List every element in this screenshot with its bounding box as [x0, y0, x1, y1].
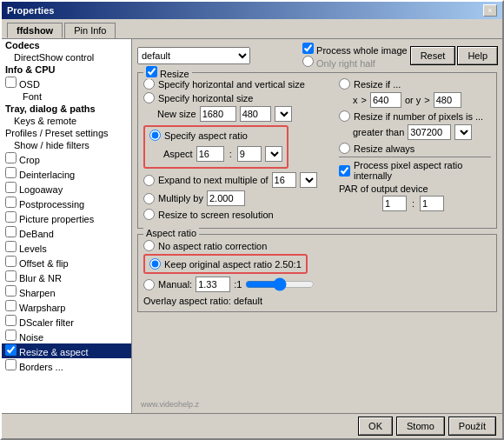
- aspect-unit-select[interactable]: [265, 146, 282, 162]
- newsize-height-input[interactable]: [240, 106, 271, 122]
- help-button[interactable]: Help: [458, 47, 497, 64]
- sidebar-item-info-cpu[interactable]: Info & CPU: [2, 63, 131, 76]
- sidebar-item-logoaway[interactable]: Logoaway: [2, 181, 131, 196]
- borders-checkbox[interactable]: [5, 359, 17, 370]
- top-controls: default Process whole image Only right h…: [137, 43, 497, 69]
- resize-radio-expand[interactable]: [143, 175, 155, 186]
- aspect-groupbox: Aspect ratio No aspect ratio correction …: [137, 234, 497, 312]
- resize-radio-aspect[interactable]: [149, 130, 161, 141]
- aspect-radio-keep[interactable]: [149, 258, 161, 270]
- sidebar-item-osd[interactable]: OSD: [2, 76, 131, 90]
- logoaway-checkbox[interactable]: [5, 182, 17, 193]
- resize-right-radio-if[interactable]: [339, 78, 350, 90]
- pixel-count-select[interactable]: [454, 124, 472, 140]
- resize-row-both: Specify horizontal and vertical size: [143, 78, 334, 90]
- resize-pixels-row: Resize if number of pixels is ...: [339, 110, 491, 122]
- resize-row-screen: Resize to screen resolution: [143, 209, 334, 220]
- close-button[interactable]: ×: [483, 4, 497, 17]
- deband-checkbox[interactable]: [5, 226, 17, 237]
- sidebar-item-directshow[interactable]: DirectShow control: [2, 51, 131, 63]
- resize-enable-checkbox[interactable]: [146, 66, 157, 77]
- sharpen-checkbox[interactable]: [5, 285, 17, 297]
- tab-pininfo[interactable]: Pin Info: [64, 23, 116, 38]
- sidebar-item-resize[interactable]: Resize & aspect: [2, 343, 131, 358]
- aspect-height-input[interactable]: [237, 146, 262, 162]
- sidebar-item-levels[interactable]: Levels: [2, 240, 131, 255]
- resize-y-input[interactable]: [434, 92, 461, 108]
- tab-ffdshow[interactable]: ffdshow: [7, 23, 63, 38]
- manual-aspect-slider[interactable]: [245, 277, 315, 291]
- sidebar-item-noise[interactable]: Noise: [2, 329, 131, 343]
- sidebar-item-crop[interactable]: Crop: [2, 151, 131, 166]
- reset-button[interactable]: Reset: [411, 47, 455, 64]
- sidebar-item-showhide[interactable]: Show / hide filters: [2, 139, 131, 151]
- par-colon: :: [412, 198, 414, 209]
- right-panel: default Process whole image Only right h…: [132, 39, 502, 413]
- only-right-radio[interactable]: [302, 56, 314, 67]
- expand-unit-select[interactable]: [300, 172, 317, 188]
- dscaler-checkbox[interactable]: [5, 315, 17, 326]
- resize-radio-horiz[interactable]: [143, 92, 155, 103]
- levels-checkbox[interactable]: [5, 241, 17, 252]
- resize-group-content: Specify horizontal and vertical size Spe…: [143, 78, 491, 223]
- aspect-width-input[interactable]: [196, 146, 224, 162]
- resize-radio-both[interactable]: [143, 78, 155, 90]
- par-val2-input[interactable]: [420, 196, 444, 211]
- par-val1-input[interactable]: [382, 196, 407, 211]
- postprocessing-checkbox[interactable]: [5, 197, 17, 208]
- sidebar-item-deinterlacing[interactable]: Deinterlacing: [2, 166, 131, 181]
- noise-checkbox[interactable]: [5, 330, 17, 341]
- sidebar-item-sharpen[interactable]: Sharpen: [2, 284, 131, 299]
- blur-checkbox[interactable]: [5, 270, 17, 282]
- picture-checkbox[interactable]: [5, 211, 17, 223]
- resize-radio-multiply[interactable]: [143, 193, 155, 204]
- newsize-unit-select[interactable]: [275, 106, 292, 122]
- sidebar-item-borders[interactable]: Borders ...: [2, 358, 131, 373]
- resize-right-options: Resize if ... x > or y >: [339, 78, 491, 223]
- osd-checkbox[interactable]: [5, 77, 17, 88]
- resize-row-multiply: Multiply by: [143, 190, 334, 206]
- offset-checkbox[interactable]: [5, 256, 17, 267]
- multiply-val-input[interactable]: [207, 190, 245, 206]
- resize-x-input[interactable]: [370, 92, 401, 108]
- aspect-radio-manual[interactable]: [143, 279, 155, 290]
- sidebar-item-picture[interactable]: Picture properties: [2, 210, 131, 225]
- sidebar-item-warpsharp[interactable]: Warpsharp: [2, 299, 131, 314]
- resize-left-options: Specify horizontal and vertical size Spe…: [143, 78, 334, 223]
- resize-row-expand: Expand to next multiple of: [143, 172, 334, 188]
- expand-val-input[interactable]: [272, 172, 296, 188]
- sidebar-item-blur[interactable]: Blur & NR: [2, 270, 131, 284]
- sidebar-item-tray[interactable]: Tray, dialog & paths: [2, 103, 131, 115]
- newsize-width-input[interactable]: [200, 106, 236, 122]
- sidebar-item-deband[interactable]: DeBand: [2, 225, 131, 240]
- ok-button[interactable]: OK: [359, 417, 392, 435]
- manual-aspect-input[interactable]: [196, 277, 230, 292]
- par-values-row: :: [339, 196, 491, 211]
- top-right: Process whole image Only right half Rese…: [302, 43, 497, 69]
- sidebar-item-profiles[interactable]: Profiles / Preset settings: [2, 127, 131, 139]
- pixel-count-input[interactable]: [408, 124, 451, 140]
- sidebar-item-dscaler[interactable]: DScaler filter: [2, 314, 131, 329]
- resize-right-radio-pixels[interactable]: [339, 110, 350, 122]
- resize-row-horiz: Specify horizontal size: [143, 92, 334, 103]
- process-whole-checkbox[interactable]: [302, 43, 314, 54]
- sidebar-item-codecs[interactable]: Codecs: [2, 39, 131, 51]
- sidebar-item-font[interactable]: Font: [2, 90, 131, 103]
- separator1: [339, 157, 491, 157]
- preset-select[interactable]: default: [137, 47, 250, 64]
- title-buttons: ×: [483, 4, 497, 17]
- crop-checkbox[interactable]: [5, 152, 17, 163]
- pouzit-button[interactable]: Použít: [449, 417, 495, 435]
- aspect-group-content: No aspect ratio correction Keep original…: [143, 240, 491, 306]
- resize-checkbox[interactable]: [5, 344, 17, 356]
- sidebar-item-postprocessing[interactable]: Postprocessing: [2, 196, 131, 210]
- deinterlacing-checkbox[interactable]: [5, 167, 17, 178]
- sidebar-item-offset[interactable]: Offset & flip: [2, 255, 131, 270]
- warpsharp-checkbox[interactable]: [5, 300, 17, 311]
- sidebar-item-keys[interactable]: Keys & remote: [2, 115, 131, 127]
- resize-radio-screen[interactable]: [143, 209, 155, 220]
- stomo-button[interactable]: Stomo: [397, 417, 444, 435]
- resize-right-radio-always[interactable]: [339, 143, 350, 154]
- process-par-checkbox[interactable]: [339, 165, 350, 177]
- aspect-radio-none[interactable]: [143, 240, 155, 251]
